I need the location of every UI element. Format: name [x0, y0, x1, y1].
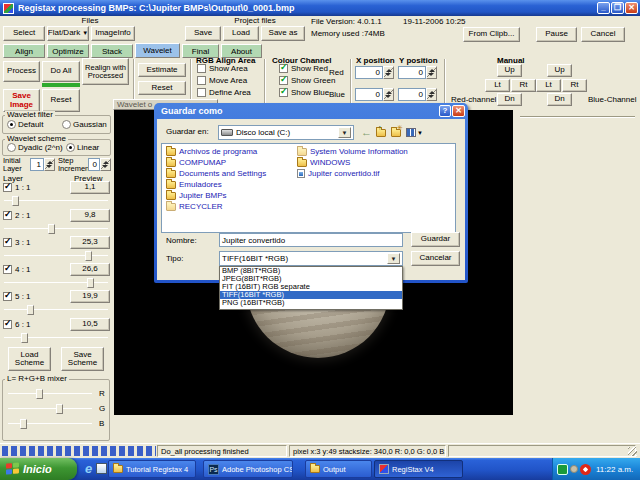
- dialog-help-button[interactable]: ?: [439, 105, 451, 117]
- layer2-checkbox[interactable]: [3, 211, 12, 220]
- taskbar-button-photoshop[interactable]: PsAdobe Photoshop CS3: [203, 460, 293, 478]
- mixer-r-thumb[interactable]: [36, 389, 43, 399]
- close-button[interactable]: ✕: [625, 2, 638, 14]
- list-item[interactable]: Jupiter convertido.tif: [297, 168, 452, 179]
- layer5-preview-button[interactable]: 19,9: [70, 290, 110, 303]
- up-one-level-icon[interactable]: ↑: [376, 129, 386, 137]
- blue-dn-button[interactable]: Dn: [547, 93, 572, 106]
- realign-button[interactable]: Realign with Processed: [82, 58, 129, 85]
- save-button[interactable]: Save: [185, 26, 221, 41]
- red-lt-button[interactable]: Lt: [485, 79, 510, 92]
- filetype-option[interactable]: PNG (16BIT*RGB): [220, 299, 402, 307]
- estimate-reset-button[interactable]: Reset: [138, 81, 186, 95]
- show-green-checkbox[interactable]: [279, 76, 288, 85]
- layer6-slider-thumb[interactable]: [21, 333, 28, 343]
- layer2-slider[interactable]: [4, 224, 108, 234]
- define-area-checkbox[interactable]: [197, 88, 206, 97]
- save-image-button[interactable]: Save Image: [3, 89, 40, 112]
- red-y-field[interactable]: 0: [398, 66, 426, 79]
- layer1-slider[interactable]: [4, 196, 108, 206]
- load-scheme-button[interactable]: Load Scheme: [8, 347, 51, 371]
- save-as-button[interactable]: Save as: [261, 26, 305, 41]
- filter-gaussian-radio[interactable]: [62, 120, 71, 129]
- resize-grip[interactable]: [628, 447, 637, 456]
- pause-button[interactable]: Pause: [536, 27, 577, 42]
- red-x-spinner[interactable]: [383, 66, 394, 79]
- list-item[interactable]: RECYCLER: [166, 201, 296, 212]
- layer3-preview-button[interactable]: 25,3: [70, 236, 110, 249]
- save-scheme-button[interactable]: Save Scheme: [61, 347, 104, 371]
- list-item[interactable]: COMPUMAP: [166, 157, 296, 168]
- dialog-close-button[interactable]: ✕: [452, 105, 465, 117]
- list-item[interactable]: WINDOWS: [297, 157, 452, 168]
- layer3-slider-thumb[interactable]: [85, 251, 92, 261]
- layer6-slider[interactable]: [4, 333, 108, 343]
- restore-button[interactable]: ❐: [611, 2, 624, 14]
- show-blue-checkbox[interactable]: [279, 88, 288, 97]
- layer4-slider[interactable]: [4, 278, 108, 288]
- tray-icon-3[interactable]: [580, 464, 591, 475]
- estimate-button[interactable]: Estimate: [138, 63, 186, 77]
- list-item[interactable]: System Volume Information: [297, 146, 452, 157]
- list-item[interactable]: Emuladores: [166, 179, 296, 190]
- red-dn-button[interactable]: Dn: [497, 93, 522, 106]
- scheme-dyadic-radio[interactable]: [7, 143, 16, 152]
- layer6-preview-button[interactable]: 10,5: [70, 318, 110, 331]
- mixer-b-slider[interactable]: [8, 419, 92, 429]
- move-area-checkbox[interactable]: [197, 76, 206, 85]
- tab-optimize[interactable]: Optimize: [47, 44, 89, 58]
- process-button[interactable]: Process: [3, 61, 40, 82]
- layer2-preview-button[interactable]: 9,8: [70, 209, 110, 222]
- red-x-field[interactable]: 0: [355, 66, 383, 79]
- initial-layer-spinner[interactable]: [44, 158, 55, 171]
- quick-launch-icon-2[interactable]: [96, 463, 107, 474]
- list-item[interactable]: Archivos de programa: [166, 146, 296, 157]
- blue-up-button[interactable]: Up: [547, 64, 572, 77]
- select-button[interactable]: Select: [3, 26, 45, 41]
- layer2-slider-thumb[interactable]: [48, 224, 55, 234]
- layer4-preview-button[interactable]: 26,6: [70, 263, 110, 276]
- flatdark-button[interactable]: Flat/Dark▼: [47, 26, 89, 41]
- blue-y-field[interactable]: 0: [398, 88, 426, 101]
- tab-stack[interactable]: Stack: [91, 44, 133, 58]
- filetype-option[interactable]: FIT (16BIT) RGB separate: [220, 283, 402, 291]
- list-item[interactable]: Documents and Settings: [166, 168, 296, 179]
- cancelar-button[interactable]: Cancelar: [411, 251, 460, 266]
- red-up-button[interactable]: Up: [497, 64, 522, 77]
- layer1-slider-thumb[interactable]: [12, 196, 19, 206]
- filetype-option[interactable]: BMP (8BIT*RGB): [220, 267, 402, 275]
- minimize-button[interactable]: _: [597, 2, 610, 14]
- guardar-button[interactable]: Guardar: [411, 232, 460, 247]
- file-list[interactable]: Archivos de programa COMPUMAP Documents …: [161, 143, 456, 233]
- cancel-button[interactable]: Cancel: [581, 27, 625, 42]
- filetype-option[interactable]: JPEG(8BIT*RGB): [220, 275, 402, 283]
- tray-icon-2[interactable]: [570, 465, 578, 473]
- filetype-option-selected[interactable]: TIFF(16BIT *RGB): [220, 291, 402, 299]
- view-menu-icon[interactable]: ▼: [406, 128, 423, 137]
- show-red-checkbox[interactable]: [279, 64, 288, 73]
- filetype-combobox[interactable]: TIFF(16BIT *RGB) ▼: [219, 251, 403, 266]
- blue-x-field[interactable]: 0: [355, 88, 383, 101]
- blue-x-spinner[interactable]: [383, 88, 394, 101]
- taskbar-button-registax[interactable]: RegiStax V4: [374, 460, 463, 478]
- location-dropdown-button[interactable]: ▼: [338, 127, 351, 138]
- layer4-checkbox[interactable]: [3, 265, 12, 274]
- layer6-checkbox[interactable]: [3, 320, 12, 329]
- show-area-checkbox[interactable]: [197, 64, 206, 73]
- layer5-slider-thumb[interactable]: [27, 305, 34, 315]
- location-combobox[interactable]: Disco local (C:) ▼: [218, 125, 354, 140]
- mixer-g-thumb[interactable]: [56, 404, 63, 414]
- taskbar-clock[interactable]: 11:22 a.m.: [596, 465, 633, 474]
- red-rt-button[interactable]: Rt: [511, 79, 536, 92]
- reset-button[interactable]: Reset: [42, 89, 80, 112]
- list-item[interactable]: Jupiter BMPs: [166, 190, 296, 201]
- internet-explorer-icon[interactable]: e: [82, 462, 95, 475]
- initial-layer-field[interactable]: 1: [30, 158, 44, 171]
- taskbar-button-output[interactable]: Output: [305, 460, 372, 478]
- back-icon[interactable]: ←: [361, 127, 372, 138]
- filename-input[interactable]: Jupiter convertido: [219, 233, 403, 247]
- step-increment-spinner[interactable]: [100, 158, 111, 171]
- tab-align[interactable]: Align: [3, 44, 45, 58]
- layer1-checkbox[interactable]: [3, 183, 12, 192]
- blue-rt-button[interactable]: Rt: [562, 79, 587, 92]
